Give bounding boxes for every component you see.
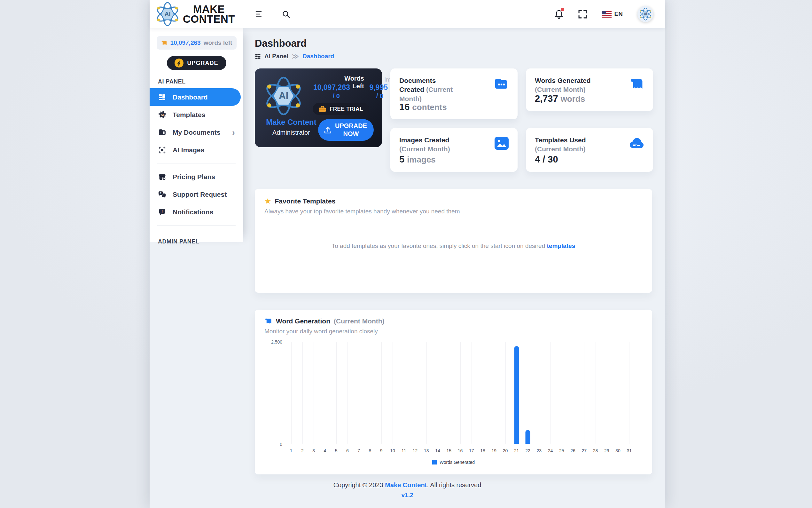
- upgrade-button[interactable]: UPGRADE: [167, 56, 226, 70]
- sidebar-item-ai-images[interactable]: AI Images: [150, 141, 243, 159]
- sidebar-item-label: Dashboard: [173, 93, 208, 101]
- x-tick-label: 4: [324, 448, 326, 453]
- x-tick-label: 15: [446, 448, 451, 453]
- plot-area: [285, 342, 635, 444]
- page-title: Dashboard: [255, 38, 652, 49]
- brand-name: MAKECONTENT: [183, 4, 235, 24]
- scroll-icon: [161, 40, 168, 46]
- x-tick-label: 29: [604, 448, 609, 453]
- legend-label: Words Generated: [439, 460, 475, 465]
- profile-plan-card: Make Content Administrator Words Left 10…: [255, 69, 382, 147]
- x-tick-label: 11: [401, 448, 406, 453]
- divider: [157, 163, 236, 164]
- sidebar-item-label: Notifications: [173, 208, 213, 216]
- atom-ai-logo-icon: [263, 76, 304, 117]
- language-code: EN: [614, 10, 623, 17]
- section-label-ai-panel: AI PANEL: [150, 70, 243, 88]
- x-tick-label: 18: [480, 448, 485, 453]
- x-tick-label: 27: [582, 448, 587, 453]
- breadcrumb-root[interactable]: AI Panel: [265, 53, 288, 60]
- sidebar-item-my-documents[interactable]: My Documents›: [150, 124, 243, 141]
- chart-title: Word Generation (Current Month): [265, 318, 642, 325]
- stat-card-title: Documents Created (Current Month): [399, 76, 461, 103]
- words-left-count: 10,097,263: [171, 39, 201, 46]
- breadcrumb-separator: ≫: [292, 52, 299, 60]
- images-left-clipped-label: Im: [384, 76, 391, 83]
- main-content: Dashboard AI Panel ≫ Dashboard Make Cont…: [243, 28, 665, 474]
- breadcrumb: AI Panel ≫ Dashboard: [255, 52, 652, 60]
- cloud-icon: [629, 137, 644, 150]
- stat-card-images-created: Images Created (Current Month)5 images: [390, 128, 518, 172]
- brand-logo[interactable]: MAKECONTENT: [150, 1, 243, 27]
- us-flag-icon: [602, 11, 612, 17]
- upgrade-now-button[interactable]: UPGRADE NOW: [318, 119, 374, 141]
- favorite-templates-panel: ★ Favorite Templates Always have your to…: [255, 189, 652, 293]
- sidebar-item-label: Support Request: [173, 190, 227, 198]
- star-icon: ★: [265, 197, 272, 205]
- footer-brand-link[interactable]: Make Content: [385, 481, 427, 489]
- sidebar-item-templates[interactable]: AITemplates: [150, 106, 243, 124]
- folder-icon: [494, 77, 509, 91]
- fullscreen-icon[interactable]: [578, 10, 587, 18]
- sidebar-nav-main: DashboardAITemplatesMy Documents›AI Imag…: [150, 88, 243, 159]
- sidebar-item-label: My Documents: [173, 129, 220, 136]
- x-tick-label: 22: [525, 448, 530, 453]
- favorites-subtitle: Always have your top favorite templates …: [265, 208, 642, 215]
- x-tick-label: 2: [301, 448, 304, 453]
- x-tick-label: 9: [380, 448, 383, 453]
- legend-swatch: [432, 460, 437, 465]
- search-icon[interactable]: [282, 10, 290, 18]
- pricing-plans-icon: [158, 173, 166, 181]
- x-tick-label: 23: [537, 448, 542, 453]
- app-window: MAKECONTENT EN: [150, 0, 665, 508]
- svg-text:!: !: [161, 209, 163, 214]
- x-tick-label: 17: [469, 448, 474, 453]
- dashboard-grid-icon: [255, 53, 261, 59]
- x-tick-label: 16: [458, 448, 463, 453]
- profile-brand: Make Content: [263, 118, 319, 127]
- sidebar-item-pricing-plans[interactable]: Pricing Plans: [150, 168, 243, 185]
- x-tick-label: 5: [335, 448, 338, 453]
- support-request-icon: ?: [158, 190, 166, 198]
- sidebar-item-dashboard[interactable]: Dashboard: [150, 88, 241, 106]
- stat-card-words-generated: Words Generated (Current Month)2,737 wor…: [526, 69, 653, 111]
- x-tick-label: 14: [435, 448, 440, 453]
- stat-card-title: Words Generated (Current Month): [535, 76, 596, 94]
- x-tick-label: 30: [615, 448, 621, 453]
- section-label-admin-panel: ADMIN PANEL: [150, 230, 243, 248]
- divider: [157, 225, 236, 225]
- favorites-empty-hint: To add templates as your favorite ones, …: [265, 243, 642, 250]
- x-tick-label: 31: [627, 448, 632, 453]
- x-tick-label: 24: [548, 448, 553, 453]
- hamburger-menu-icon[interactable]: [255, 10, 264, 17]
- scroll-icon: [629, 77, 644, 93]
- y-axis-max-label: 2,500: [265, 339, 282, 344]
- avatar[interactable]: [637, 6, 654, 22]
- y-axis-min-label: 0: [265, 442, 282, 447]
- profile-role: Administrator: [263, 129, 319, 136]
- sidebar-item-support-request[interactable]: ?Support Request: [150, 185, 243, 203]
- free-trial-badge[interactable]: FREE TRIAL: [313, 103, 369, 115]
- chevron-right-icon: ›: [232, 128, 235, 137]
- sidebar-item-label: Pricing Plans: [173, 173, 215, 181]
- language-selector[interactable]: EN: [602, 10, 623, 17]
- breadcrumb-current[interactable]: Dashboard: [302, 53, 334, 60]
- footer: Copyright © 2023 Make Content. All right…: [150, 481, 665, 499]
- word-generation-panel: Word Generation (Current Month) Monitor …: [255, 310, 652, 474]
- x-tick-label: 12: [413, 448, 418, 453]
- stat-card-value: 4 / 30: [535, 154, 558, 165]
- sidebar-item-notifications[interactable]: !Notifications: [150, 203, 243, 221]
- sidebar-item-label: Templates: [173, 111, 205, 119]
- dashboard-grid-icon: [158, 93, 166, 101]
- scroll-icon: [265, 318, 272, 325]
- x-tick-label: 25: [559, 448, 564, 453]
- templates-link[interactable]: templates: [547, 243, 575, 249]
- documents-folder-icon: [158, 129, 166, 136]
- atom-ai-logo-icon: [155, 1, 180, 27]
- topbar: MAKECONTENT EN: [150, 0, 665, 28]
- bell-icon[interactable]: [554, 9, 564, 19]
- notification-dot: [561, 8, 564, 11]
- stat-card-title: Templates Used (Current Month): [535, 136, 596, 154]
- image-icon: [494, 137, 509, 151]
- x-tick-label: 21: [514, 448, 519, 453]
